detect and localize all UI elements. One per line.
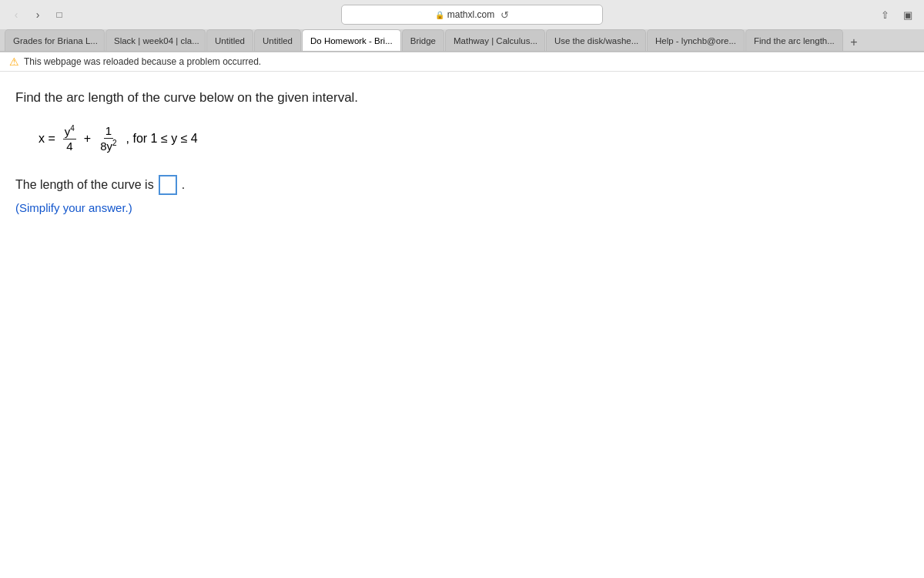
tab-help[interactable]: Help - lynchb@ore...	[647, 29, 745, 51]
tab-bridge[interactable]: Bridge	[402, 29, 444, 51]
answer-row: The length of the curve is .	[15, 175, 909, 195]
share-button[interactable]: ⇧	[875, 6, 895, 23]
notification-bar: ⚠ This webpage was reloaded because a pr…	[0, 52, 924, 72]
notification-text: This webpage was reloaded because a prob…	[24, 56, 261, 67]
sidebar-button[interactable]: ▣	[898, 6, 918, 23]
share-icon: ⇧	[881, 9, 889, 21]
tab-mathway[interactable]: Mathway | Calculus...	[445, 29, 545, 51]
tab-label: Bridge	[410, 36, 436, 45]
lock-icon: 🔒	[435, 11, 444, 19]
tab-grades[interactable]: Grades for Briana L...	[5, 29, 105, 51]
nav-buttons: ‹ › □	[6, 6, 69, 23]
back-button[interactable]: ‹	[6, 6, 26, 23]
tab-add-button[interactable]: +	[845, 34, 862, 51]
fraction-y4-over-4: y4 4	[63, 124, 76, 153]
toolbar: ‹ › □ 🔒 mathxl.com ↺ ⇧ ▣	[0, 0, 924, 29]
forward-button[interactable]: ›	[28, 6, 48, 23]
tab-label: Help - lynchb@ore...	[655, 36, 736, 45]
tab-label: Untitled	[263, 36, 293, 45]
fraction-numerator-1: 1	[104, 124, 113, 139]
exponent-2: 2	[112, 139, 117, 147]
tab-label: Use the disk/washe...	[554, 36, 638, 45]
tab-label: Mathway | Calculus...	[454, 36, 537, 45]
window-button[interactable]: □	[49, 6, 69, 23]
formula-row: x = y4 4 + 1 8y2 , for 1 ≤ y ≤ 4	[38, 124, 909, 153]
answer-input-box[interactable]	[159, 175, 177, 195]
formula-plus: +	[84, 128, 91, 150]
reload-icon: ↺	[500, 9, 509, 21]
problem-title: Find the arc length of the curve below o…	[15, 90, 909, 106]
address-bar-wrap: 🔒 mathxl.com ↺	[74, 5, 870, 25]
tab-label: Slack | week04 | cla...	[114, 36, 199, 45]
browser-chrome: ‹ › □ 🔒 mathxl.com ↺ ⇧ ▣	[0, 0, 924, 52]
tab-untitled-1[interactable]: Untitled	[206, 29, 253, 51]
back-icon: ‹	[15, 8, 18, 21]
tab-slack[interactable]: Slack | week04 | cla...	[105, 29, 206, 51]
fraction-numerator: y4	[63, 124, 76, 139]
exponent-4: 4	[70, 124, 75, 133]
answer-suffix: .	[182, 178, 185, 192]
fraction-denominator: 4	[65, 139, 74, 153]
fraction-1-over-8y2: 1 8y2	[99, 124, 118, 153]
tab-do-homework[interactable]: Do Homework - Bri...	[302, 29, 401, 51]
tab-label: Do Homework - Bri...	[310, 36, 393, 45]
toolbar-right: ⇧ ▣	[875, 6, 918, 23]
math-formula: x = y4 4 + 1 8y2 , for 1 ≤ y ≤ 4	[38, 124, 909, 153]
tab-label: Grades for Briana L...	[13, 36, 98, 45]
warning-icon: ⚠	[9, 55, 19, 68]
formula-x-equals: x =	[38, 128, 55, 150]
tab-label: Untitled	[215, 36, 245, 45]
fraction-denominator-8y2: 8y2	[99, 139, 118, 153]
tab-disk[interactable]: Use the disk/washe...	[546, 29, 646, 51]
forward-icon: ›	[36, 8, 40, 21]
page-content: Find the arc length of the curve below o…	[0, 72, 924, 578]
answer-prefix: The length of the curve is	[15, 178, 154, 192]
address-bar[interactable]: 🔒 mathxl.com ↺	[341, 5, 603, 25]
window-icon: □	[56, 9, 62, 20]
tabs-bar: Grades for Briana L... Slack | week04 | …	[0, 29, 924, 52]
formula-condition: , for 1 ≤ y ≤ 4	[126, 128, 198, 150]
sidebar-icon: ▣	[903, 9, 912, 21]
simplify-note: (Simplify your answer.)	[15, 201, 909, 214]
url-text: mathxl.com	[447, 9, 494, 20]
tab-untitled-2[interactable]: Untitled	[254, 29, 301, 51]
tab-label: Find the arc length...	[754, 36, 835, 45]
tab-arc-length[interactable]: Find the arc length...	[745, 29, 843, 51]
